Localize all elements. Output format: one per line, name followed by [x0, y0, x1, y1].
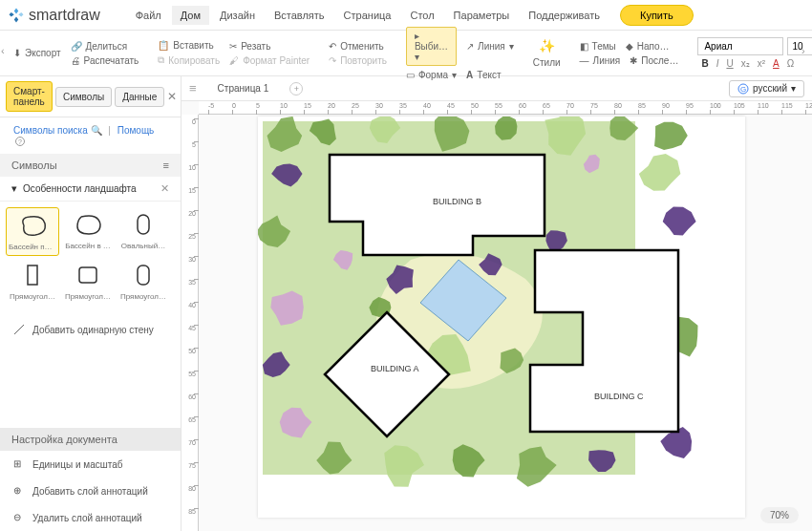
subscript-button[interactable]: x₂ — [741, 58, 750, 69]
sidebar-tab-0[interactable]: Смарт-панель — [6, 81, 53, 112]
ruler-horizontal: -505101520253035404550556065707580859095… — [199, 101, 812, 115]
doc-action-2[interactable]: ⊖Удалить слой аннотаций — [0, 504, 181, 531]
language-selector[interactable]: G русский ▾ — [729, 80, 804, 97]
line-style-button[interactable]: — Линия — [580, 55, 621, 66]
hamburger-icon[interactable]: ≡ — [189, 81, 197, 96]
close-icon[interactable]: ✕ — [167, 90, 177, 103]
ribbon: ‹ ⬇ Экспорт 🔗 Делиться 🖨 Распечатать 📋 В… — [0, 31, 812, 76]
doc-action-1[interactable]: ⊕Добавить слой аннотаций — [0, 478, 181, 504]
themes-button[interactable]: ◧ Темы — [580, 41, 616, 52]
svg-rect-1 — [28, 266, 37, 285]
collapse-icon[interactable]: ▾ — [11, 182, 17, 195]
logo: smartdraw — [8, 7, 100, 24]
doc-action-0[interactable]: ⊞Единицы и масштаб — [0, 451, 181, 478]
google-icon: G — [737, 83, 749, 95]
logo-icon — [8, 7, 25, 24]
menu-дом[interactable]: Дом — [172, 6, 209, 25]
ribbon-scroll-right-icon[interactable]: › — [801, 45, 811, 56]
print-button[interactable]: 🖨 Распечатать — [71, 55, 139, 66]
help-link[interactable]: Помощь — [118, 125, 155, 136]
format-painter-button[interactable]: 🖌 Формат Painter — [229, 55, 310, 66]
sidebar: Смарт-панельСимволыДанные✕ Символы поиск… — [0, 76, 182, 531]
symbol-button[interactable]: Ω — [787, 58, 794, 69]
bold-button[interactable]: B — [701, 58, 708, 69]
svg-rect-3 — [138, 266, 149, 285]
zoom-indicator[interactable]: 70% — [760, 507, 799, 523]
palette-header: ▾ Особенности ландшафта ✕ — [0, 177, 181, 202]
cut-button[interactable]: ✂ Резать — [229, 41, 310, 52]
wall-icon — [13, 324, 25, 335]
menu-файл[interactable]: Файл — [127, 6, 170, 25]
add-wall-button[interactable]: Добавить одинарную стену — [0, 316, 181, 343]
document-settings: Настройка документа ⊞Единицы и масштаб⊕Д… — [0, 428, 181, 531]
shape-bean[interactable]: Бассейн в … — [61, 207, 115, 256]
share-button[interactable]: 🔗 Делиться — [71, 41, 139, 52]
select-tool-button[interactable]: ▸ Выби… ▾ — [406, 27, 457, 66]
menubar: ФайлДомДизайнВставлятьСтраницаСтолПараме… — [127, 6, 609, 25]
logo-text: smartdraw — [29, 7, 100, 24]
menu-страница[interactable]: Страница — [335, 6, 400, 25]
drawing-page[interactable]: BUILDING B BUILDING A BUILDING C — [258, 117, 745, 518]
sidebar-tab-1[interactable]: Символы — [55, 87, 112, 107]
doc-tabs: ≡ Страница 1 + G русский ▾ — [182, 76, 812, 101]
page-tab[interactable]: Страница 1 — [206, 79, 281, 97]
underline-button[interactable]: U — [726, 58, 733, 69]
line-tool-button[interactable]: ↗ Линия ▾ — [466, 41, 514, 52]
undo-button[interactable]: ↶ Отменить — [329, 41, 387, 52]
buy-button[interactable]: Купить — [620, 5, 694, 26]
menu-вставлять[interactable]: Вставлять — [266, 6, 333, 25]
menu-параметры[interactable]: Параметры — [445, 6, 519, 25]
export-button[interactable]: ⬇ Экспорт — [13, 48, 61, 58]
superscript-button[interactable]: x² — [758, 58, 765, 69]
building-a-label: BUILDING A — [371, 364, 419, 373]
menu-стол[interactable]: Стол — [401, 6, 442, 25]
menu-поддерживать[interactable]: Поддерживать — [520, 6, 609, 25]
copy-button[interactable]: ⧉ Копировать — [158, 54, 220, 66]
svg-text:G: G — [740, 85, 746, 94]
ribbon-scroll-left-icon[interactable]: ‹ — [1, 45, 11, 56]
search-symbols-link[interactable]: Символы поиска 🔍 — [13, 125, 102, 136]
italic-button[interactable]: I — [716, 58, 719, 69]
sidebar-tabs: Смарт-панельСимволыДанные✕ — [0, 76, 181, 117]
shape-rounded[interactable]: Прямоугол… — [61, 258, 115, 305]
sidebar-tab-2[interactable]: Данные — [115, 87, 164, 107]
canvas[interactable]: -505101520253035404550556065707580859095… — [182, 101, 812, 531]
palette-title: Особенности ландшафта — [23, 183, 137, 194]
building-b-label: BUILDING B — [433, 197, 481, 206]
add-page-button[interactable]: + — [289, 82, 303, 96]
shape-blob[interactable]: Бассейн пр… — [6, 207, 59, 256]
canvas-area: ≡ Страница 1 + G русский ▾ -505101520253… — [182, 76, 812, 531]
menu-icon[interactable]: ≡ — [163, 159, 169, 171]
workspace: Смарт-панельСимволыДанные✕ Символы поиск… — [0, 76, 812, 531]
building-c-label: BUILDING C — [594, 392, 644, 401]
shape-slot[interactable]: Прямоугол… — [117, 258, 170, 305]
paste-button[interactable]: 📋 Вставить — [158, 40, 220, 51]
menu-дизайн[interactable]: Дизайн — [211, 6, 264, 25]
font-name-input[interactable] — [697, 37, 783, 55]
font-color-button[interactable]: A — [773, 58, 780, 69]
ruler-vertical: 0510152025303540455055606570758085 — [182, 115, 199, 531]
redo-button[interactable]: ↷ Повторить — [329, 55, 387, 66]
shape-pill[interactable]: Овальный… — [117, 207, 170, 256]
svg-rect-2 — [79, 267, 96, 283]
shapes-grid: Бассейн пр…Бассейн в …Овальный…Прямоугол… — [0, 202, 181, 310]
close-palette-icon[interactable]: ✕ — [160, 182, 169, 195]
styles-button[interactable]: Стили — [533, 57, 561, 68]
hano-button[interactable]: ◆ Напо… — [626, 41, 670, 52]
shape-rect[interactable]: Прямоугол… — [6, 258, 59, 305]
svg-rect-0 — [138, 215, 149, 234]
doc-settings-header: Настройка документа — [0, 428, 181, 451]
help-icon[interactable]: ? — [15, 137, 25, 146]
posle-button[interactable]: ✱ После… — [630, 55, 678, 66]
symbols-header: Символы ≡ — [0, 154, 181, 177]
